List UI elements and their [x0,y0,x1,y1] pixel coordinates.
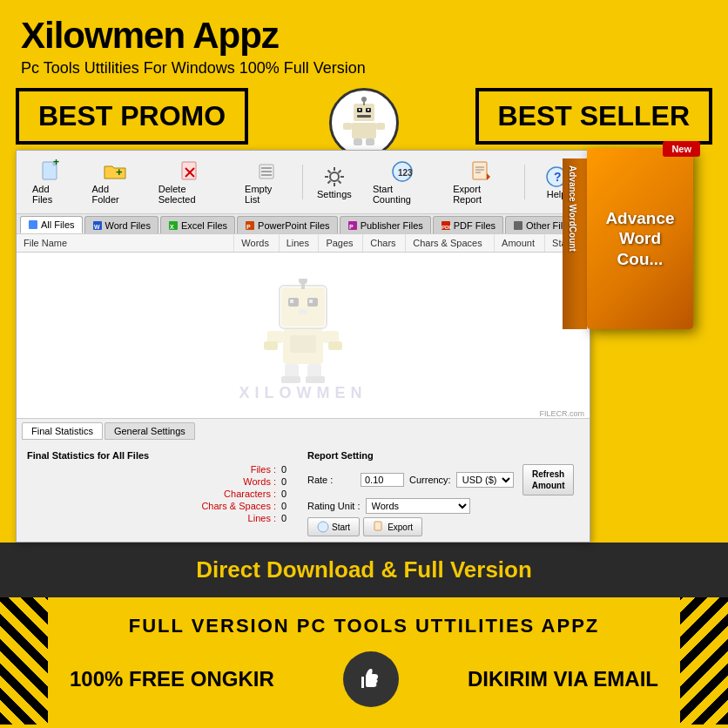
refresh-amount-button[interactable]: RefreshAmount [522,464,575,495]
email-text: DIKIRIM VIA EMAIL [468,667,658,691]
tab-pdf-files[interactable]: PDF PDF Files [433,216,503,233]
action-buttons-partial: Start Export [307,517,579,536]
col-pages: Pages [319,234,363,253]
final-stats-title: Final Statistics for All Files [27,450,299,461]
filecr-label: FILECR.com [17,409,590,418]
start-counting-label: Start Counting [373,184,432,205]
mascot-pixel-icon [255,279,351,383]
settings-button[interactable]: Settings [308,161,361,203]
svg-line-31 [338,171,340,173]
svg-rect-69 [281,376,300,383]
col-words: Words [234,234,279,253]
svg-rect-62 [290,335,316,353]
svg-point-73 [318,522,328,532]
ppt-files-tab-icon: P [245,220,255,231]
app-area: + Add Files + Add Folder [0,148,728,543]
final-statistics-tab[interactable]: Final Statistics [22,422,103,440]
stats-tabs: Final Statistics General Settings [22,422,584,440]
stat-chars-spaces-label: Chars & Spaces : [172,501,276,511]
svg-text:P: P [246,224,251,230]
tab-powerpoint-files[interactable]: P PowerPoint Files [237,216,338,233]
delete-selected-label: Delete Selected [158,184,224,205]
svg-rect-8 [376,123,385,130]
svg-point-12 [361,97,367,102]
all-files-tab-icon [28,219,38,230]
table-empty-area: XILOWMEN [17,253,590,409]
rating-unit-label: Rating Unit : [307,501,361,511]
svg-rect-6 [352,123,376,138]
svg-point-72 [299,279,307,285]
add-folder-label: Add Folder [92,184,138,205]
svg-rect-10 [366,138,374,145]
general-settings-tab[interactable]: General Settings [104,422,195,440]
excel-files-tab-icon: X [168,220,179,231]
stat-lines-value: 0 [281,513,299,523]
stat-files-value: 0 [281,464,299,475]
export-btn-label: Export [388,522,413,532]
pub-files-tab-icon: P [347,220,358,231]
report-rate-row: Rate : Currency: USD ($) RefreshAmount [307,464,579,495]
toolbar-divider-2 [524,165,525,199]
svg-rect-54 [281,287,325,327]
currency-select[interactable]: USD ($) [456,472,514,488]
best-promo-badge: BEST PROMO [16,88,248,145]
tab-word-files[interactable]: W Word Files [84,216,158,233]
svg-rect-35 [473,162,487,179]
export-report-label: Export Report [453,184,510,205]
start-icon-partial [317,521,329,533]
stat-row-chars-spaces: Chars & Spaces : 0 [27,501,299,511]
word-files-tab-icon: W [92,220,103,231]
app-title: Xilowmen Appz [21,16,707,56]
tab-excel-files[interactable]: X Excel Files [160,216,235,233]
bottom-row: 100% FREE ONGKIR DIKIRIM VIA EMAIL [61,644,667,714]
stat-chars-value: 0 [281,489,299,499]
col-chars: Chars [363,234,406,253]
export-button-partial[interactable]: Export [363,517,422,536]
start-button-partial[interactable]: Start [307,517,360,536]
start-btn-label: Start [332,522,350,532]
add-folder-button[interactable]: + Add Folder [84,156,146,208]
toolbar: + Add Files + Add Folder [17,151,590,214]
tab-all-files[interactable]: All Files [20,216,83,233]
toolbar-divider-1 [302,165,303,199]
svg-rect-58 [290,300,293,303]
svg-rect-70 [306,376,325,383]
rate-input[interactable] [361,473,404,487]
add-files-label: Add Files [32,184,71,205]
svg-text:X: X [170,224,174,230]
export-report-icon [469,159,494,184]
tab-publisher-files[interactable]: P Publisher Files [340,216,431,233]
svg-marker-39 [487,173,490,180]
stats-panel-content: Final Statistics for All Files Files : 0… [22,445,584,542]
empty-list-icon [254,159,279,184]
svg-text:+: + [53,159,59,168]
stat-row-chars: Characters : 0 [27,489,299,499]
pdf-files-tab-icon: PDF [441,220,451,231]
box-new-badge: New [663,141,700,157]
stat-chars-label: Characters : [172,489,276,499]
report-rating-unit-row: Rating Unit : Words [307,498,579,514]
watermark: XILOWMEN [239,384,367,402]
stat-row-files: Files : 0 [27,464,299,475]
stat-files-label: Files : [172,464,276,475]
app-subtitle: Pc Tools Uttilities For Windows 100% Ful… [21,59,707,78]
add-files-icon: + [39,159,64,184]
settings-label: Settings [317,189,352,199]
delete-selected-button[interactable]: Delete Selected [150,156,233,208]
report-setting-panel: Report Setting Rate : Currency: USD ($) … [307,450,579,536]
svg-rect-3 [359,109,361,111]
col-chars-spaces: Chars & Spaces [406,234,495,253]
export-report-button[interactable]: Export Report [444,156,519,208]
empty-list-button[interactable]: Empty List [236,156,297,208]
svg-point-24 [330,172,339,181]
svg-text:PDF: PDF [442,225,451,230]
stat-row-words: Words : 0 [27,476,299,487]
full-version-text: FULL VERSION PC TOOLS UTTILITIES APPZ [61,608,667,644]
rating-unit-select[interactable]: Words [366,498,470,514]
svg-rect-63 [267,331,283,343]
file-table: File Name Words Lines Pages Chars Chars … [17,234,590,253]
start-counting-button[interactable]: 123 Start Counting [364,156,441,208]
add-files-button[interactable]: + Add Files [24,156,80,208]
thumbs-up-icon [343,651,399,707]
svg-line-30 [338,181,340,184]
